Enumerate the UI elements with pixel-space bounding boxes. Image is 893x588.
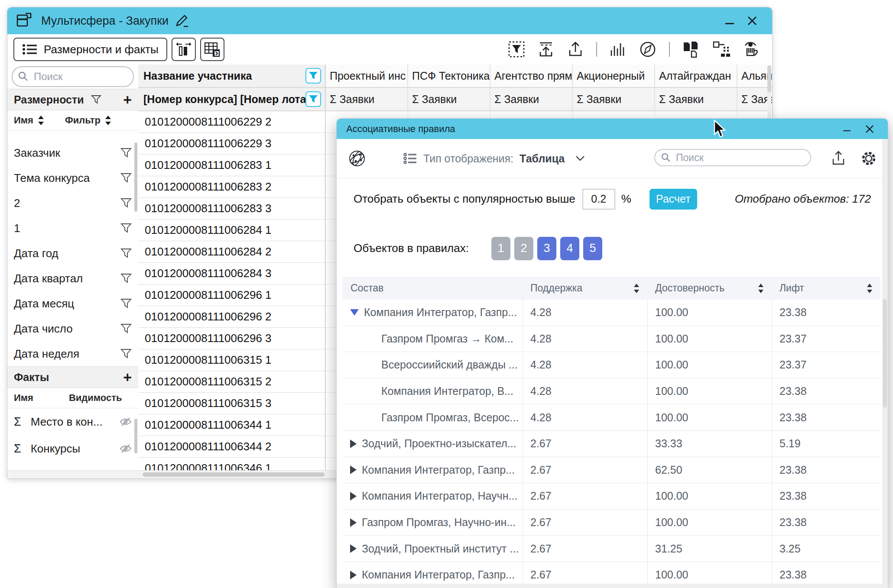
pivot-column-header[interactable]: ПСФ Тектоника xyxy=(408,65,490,88)
horizontal-scrollbar-thumb[interactable] xyxy=(143,472,325,477)
pivot-measure-cell[interactable]: Σ Заявки xyxy=(655,88,737,111)
pivot-row-label[interactable]: 0101200008111006229 2 xyxy=(138,111,326,133)
expand-icon[interactable] xyxy=(350,492,357,501)
export-icon[interactable] xyxy=(567,41,584,58)
sidebar-search-input[interactable] xyxy=(33,70,127,83)
row-filter-icon[interactable] xyxy=(120,148,132,158)
close-button[interactable] xyxy=(747,16,757,26)
gear-icon[interactable] xyxy=(860,149,878,168)
edit-title-icon[interactable] xyxy=(175,13,189,28)
row-filter-icon[interactable] xyxy=(120,323,132,334)
pivot-vertical-scrollbar[interactable] xyxy=(767,65,771,121)
add-dimension-button[interactable]: + xyxy=(123,92,132,107)
expand-icon[interactable] xyxy=(350,571,357,579)
dimension-row[interactable]: 1 xyxy=(7,216,138,241)
association-rule-row[interactable]: Компания Интегратор, Газпр... 2.67 62.50… xyxy=(343,457,880,484)
row-filter-icon[interactable] xyxy=(120,173,132,183)
association-rule-row[interactable]: Компания Интегратор, Научн... 2.67 100.0… xyxy=(343,483,880,510)
pivot-row-label[interactable]: 0101200008111006283 1 xyxy=(138,155,326,176)
dimension-row[interactable]: 2 xyxy=(7,191,138,216)
pivot-measure-cell[interactable]: Σ Заявки xyxy=(408,88,490,111)
rule-count-button[interactable]: 1 xyxy=(491,237,510,260)
rule-count-button[interactable]: 5 xyxy=(583,237,602,260)
association-rule-row[interactable]: Газпром Промгаз, Всерос... 4.28 100.00 2… xyxy=(343,404,880,431)
row-filter-icon[interactable] xyxy=(120,298,132,309)
association-rule-row[interactable]: Компания Интегратор, В... 4.28 100.00 23… xyxy=(343,378,880,405)
table-export-button[interactable] xyxy=(200,38,224,61)
dimension-row[interactable]: Дата месяц xyxy=(7,291,138,316)
facts-scrollbar-thumb[interactable] xyxy=(134,419,137,453)
sort-icon[interactable] xyxy=(105,115,111,126)
confidence-column-header[interactable]: Достоверность xyxy=(647,277,772,300)
pivot-row-label[interactable]: 0101200008111006315 3 xyxy=(138,393,326,414)
sort-icon[interactable] xyxy=(633,283,640,294)
pivot-row-label[interactable]: 0101200008111006284 1 xyxy=(138,220,326,241)
sort-icon[interactable] xyxy=(758,283,764,294)
filter-selection-icon[interactable] xyxy=(508,41,525,58)
pivot-row-label[interactable]: 0101200008111006296 1 xyxy=(138,284,326,306)
sort-icon[interactable] xyxy=(38,115,44,126)
row-filter-icon[interactable] xyxy=(120,223,132,233)
copy-documents-icon[interactable] xyxy=(682,41,700,58)
calculate-button[interactable]: Расчет xyxy=(649,189,697,210)
export-icon[interactable] xyxy=(831,150,846,167)
pivot-row-label[interactable]: 0101200008111006284 2 xyxy=(138,241,326,263)
dimension-row[interactable]: Дата квартал xyxy=(7,266,138,291)
import-rows-icon[interactable] xyxy=(537,41,555,58)
expand-icon[interactable] xyxy=(350,439,357,448)
association-rule-row[interactable]: Зодчий, Проектный институт ... 2.67 31.2… xyxy=(343,536,880,562)
expand-icon[interactable] xyxy=(350,544,357,553)
dialog-vertical-scrollbar[interactable] xyxy=(882,139,888,588)
row-filter-icon[interactable] xyxy=(120,198,132,208)
dimension-row[interactable]: Заказчик xyxy=(7,140,138,165)
display-type-selector[interactable]: Тип отображения: Таблица xyxy=(403,152,585,165)
pivot-row-label[interactable]: 0101200008111006315 1 xyxy=(138,349,326,371)
expand-icon[interactable] xyxy=(350,465,357,474)
pivot-row-label[interactable]: 0101200008111006344 2 xyxy=(138,436,326,458)
pivot-row-label[interactable]: 0101200008111006284 3 xyxy=(138,263,326,284)
visibility-off-icon[interactable] xyxy=(120,444,132,453)
composition-column-header[interactable]: Состав xyxy=(343,277,523,300)
pivot-row-subheader-cell[interactable]: [Номер конкурса] [Номер лота] xyxy=(138,88,326,111)
filter-column-header[interactable]: Фильтр xyxy=(65,115,101,126)
rule-count-button[interactable]: 4 xyxy=(560,237,579,260)
window-titlebar[interactable]: Мультисфера - Закупки xyxy=(7,7,772,34)
pivot-row-label[interactable]: 0101200008111006296 3 xyxy=(138,328,326,349)
minimize-button[interactable] xyxy=(725,23,734,24)
pivot-column-header[interactable]: Алтайграждан xyxy=(655,65,737,88)
bar-chart-icon[interactable] xyxy=(609,41,627,58)
pivot-row-header-cell[interactable]: Название участника xyxy=(138,65,326,88)
pivot-row-label[interactable]: 0101200008111006296 2 xyxy=(138,306,326,328)
pivot-column-header[interactable]: Альянс xyxy=(737,65,772,88)
association-rule-row[interactable]: Газпром Промгаз → Ком... 4.28 100.00 23.… xyxy=(343,326,880,352)
pivot-filter-button[interactable] xyxy=(305,91,321,107)
association-rule-row[interactable]: Газпром Промгаз, Научно-ин... 2.67 100.0… xyxy=(343,510,880,536)
dimension-row[interactable]: Дата число xyxy=(7,316,138,341)
filter-icon[interactable] xyxy=(91,95,101,104)
dialog-scrollbar-thumb[interactable] xyxy=(883,299,887,407)
dimension-row[interactable]: Дата неделя xyxy=(7,341,138,366)
pivot-column-header[interactable]: Проектный инс xyxy=(326,65,408,88)
dimensions-facts-button[interactable]: Размерности и факты xyxy=(13,38,167,61)
pivot-measure-cell[interactable]: Σ Заявки xyxy=(573,88,655,111)
compass-icon[interactable] xyxy=(639,40,657,58)
fact-row[interactable]: Σ Конкурсы xyxy=(7,435,138,462)
pivot-row-label[interactable]: 0101200008111006346 1 xyxy=(138,458,326,471)
expand-icon[interactable] xyxy=(350,518,357,527)
association-rule-row[interactable]: Зодчий, Проектно-изыскател... 2.67 33.33… xyxy=(343,431,880,457)
pivot-measure-cell[interactable]: Σ Заявки xyxy=(326,88,408,111)
collapse-icon[interactable] xyxy=(350,309,359,316)
name-column-header[interactable]: Имя xyxy=(14,115,33,126)
row-filter-icon[interactable] xyxy=(120,273,132,284)
threshold-input[interactable] xyxy=(582,189,615,210)
pivot-row-label[interactable]: 0101200008111006344 1 xyxy=(138,414,326,436)
pivot-row-label[interactable]: 0101200008111006283 3 xyxy=(138,198,326,220)
pivot-column-header[interactable]: Акционерный xyxy=(573,65,655,88)
rule-count-button[interactable]: 2 xyxy=(514,237,533,260)
dialog-search-input[interactable] xyxy=(675,152,804,164)
dialog-titlebar[interactable]: Ассоциативные правила xyxy=(337,119,888,139)
pivot-row-label[interactable]: 0101200008111006229 3 xyxy=(138,133,326,155)
add-fact-button[interactable]: + xyxy=(123,370,132,384)
visibility-column-header[interactable]: Видимость xyxy=(69,392,122,404)
pivot-measure-cell[interactable]: Σ Заявки xyxy=(737,88,772,111)
